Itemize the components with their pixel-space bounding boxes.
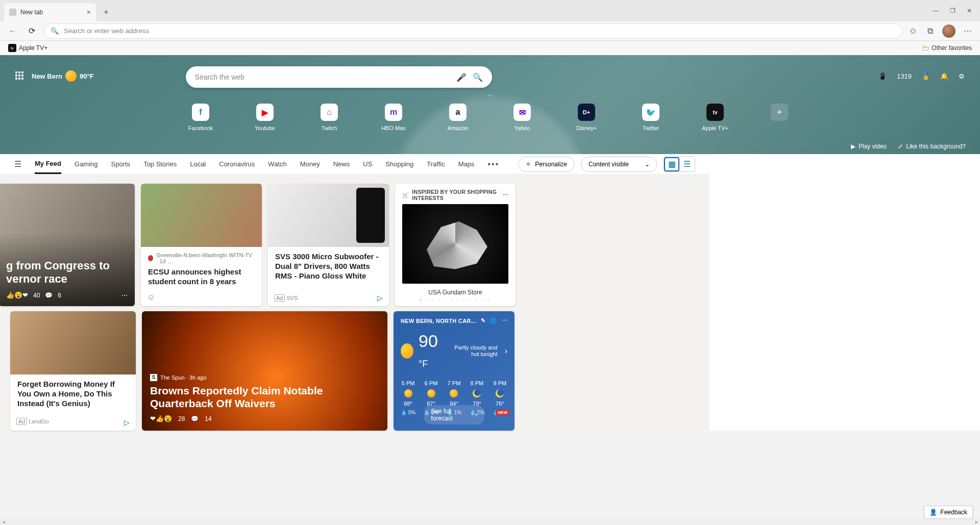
card-more-icon[interactable]: ⋯: [503, 192, 508, 198]
weather-temp: 90°F: [80, 72, 94, 80]
mobile-icon[interactable]: 📱: [878, 72, 887, 80]
app-launcher-icon[interactable]: [15, 71, 24, 81]
personalize-button[interactable]: ✧ Personalize: [518, 157, 575, 172]
search-submit-icon[interactable]: 🔍: [473, 72, 483, 82]
reactions-icon[interactable]: ❤👍😮: [150, 415, 172, 422]
profile-avatar[interactable]: [942, 24, 955, 38]
card-shopping[interactable]: 🛒 INSPIRED BY YOUR SHOPPING INTERESTS ⋯ …: [395, 184, 516, 306]
card-ecsu[interactable]: Greenville-N.bern-Washngtn WITN-TV · 1d …: [141, 184, 262, 306]
feed-menu-icon[interactable]: ☰: [14, 159, 21, 169]
ql-twitch[interactable]: ⌂Twitch: [311, 104, 347, 131]
play-video-button[interactable]: ▶ Play video: [851, 143, 887, 150]
search-icon: 🔍: [51, 27, 59, 35]
like-count: 40: [33, 292, 40, 299]
ql-youtube[interactable]: ▶Youtube: [247, 104, 283, 131]
feed-tab-us[interactable]: US: [363, 155, 372, 173]
favorites-bar: tv Apple TV+ 🗀 Other favorites: [0, 41, 980, 55]
menu-ellipsis-icon[interactable]: ⋯: [963, 26, 973, 36]
ql-facebook[interactable]: fFacebook: [183, 104, 218, 131]
new-tab-button[interactable]: +: [99, 5, 113, 19]
favorite-item-appletv[interactable]: tv Apple TV+: [5, 43, 51, 53]
tab-close-icon[interactable]: ×: [87, 8, 91, 16]
ql-add-button[interactable]: +: [762, 104, 797, 131]
browser-tab[interactable]: New tab ×: [4, 3, 96, 21]
mic-icon[interactable]: 🎤: [456, 72, 467, 82]
rewards-trophy-icon[interactable]: 🏅: [922, 72, 930, 80]
scroll-left-icon[interactable]: ◂: [0, 519, 7, 525]
feed-tab-traffic[interactable]: Traffic: [427, 155, 445, 173]
feed-tab-local[interactable]: Local: [190, 155, 206, 173]
feed-tab-gaming[interactable]: Gaming: [75, 155, 98, 173]
full-forecast-button[interactable]: See full forecast ›: [424, 405, 484, 424]
favorite-star-icon[interactable]: ✩: [908, 26, 918, 36]
other-favorites-label: Other favorites: [932, 44, 972, 52]
collections-icon[interactable]: ⧉: [925, 26, 935, 36]
globe-icon[interactable]: 🌐: [489, 317, 497, 324]
ql-twitter[interactable]: 🐦Twitter: [633, 104, 669, 131]
ql-yahoo[interactable]: ✉Yahoo: [504, 104, 540, 131]
minimize-icon[interactable]: —: [933, 7, 939, 14]
carousel-prev-icon[interactable]: ‹: [395, 240, 396, 248]
card-svs-ad[interactable]: SVS 3000 Micro Subwoofer - Dual 8" Drive…: [268, 184, 389, 306]
feed-tab-sports[interactable]: Sports: [111, 155, 131, 173]
content-visibility-select[interactable]: Content visible⌄: [581, 157, 657, 172]
carousel-next-icon[interactable]: ›: [515, 240, 516, 248]
feed-tab-money[interactable]: Money: [300, 155, 320, 173]
feed-tab-maps[interactable]: Maps: [458, 155, 475, 173]
comment-icon[interactable]: 💬: [191, 415, 199, 422]
card-lendgo-ad[interactable]: Forget Borrowing Money If You Own a Home…: [10, 311, 136, 431]
hour-5pm[interactable]: 5 PM88°💧 0%: [401, 380, 415, 415]
ql-appletv[interactable]: tvApple TV+: [697, 104, 733, 131]
feed-tab-myfeed[interactable]: My Feed: [35, 155, 61, 174]
scroll-right-icon[interactable]: ▸: [973, 519, 980, 525]
feed-tab-coronavirus[interactable]: Coronavirus: [219, 155, 255, 173]
weather-sun-icon: [65, 70, 77, 82]
carousel-dots[interactable]: ● ○ ○ ○ ○ ○ ○ ○ ○ ○ ○ ○: [402, 298, 508, 302]
feed-tab-shopping[interactable]: Shopping: [385, 155, 413, 173]
card-image: [10, 311, 136, 374]
feedback-button[interactable]: 👤 Feedback: [924, 506, 973, 519]
weather-chip[interactable]: New Bern 90°F: [32, 70, 94, 82]
card-headline: SVS 3000 Micro Subwoofer - Dual 8" Drive…: [275, 252, 382, 281]
list-view-icon[interactable]: ☰: [679, 157, 695, 171]
feed-tab-more-icon[interactable]: •••: [487, 160, 499, 169]
card-dismiss-icon[interactable]: ☺: [147, 293, 155, 302]
settings-gear-icon[interactable]: ⚙: [959, 72, 965, 80]
card-more-icon[interactable]: ⋯: [121, 292, 128, 299]
close-window-icon[interactable]: ✕: [967, 7, 972, 14]
rewards-points[interactable]: 1319: [897, 72, 912, 80]
ad-brand: LendGo: [29, 418, 49, 424]
notifications-icon[interactable]: 🔔: [940, 72, 948, 80]
maximize-icon[interactable]: ❐: [950, 7, 955, 14]
comment-icon[interactable]: 💬: [45, 292, 53, 299]
web-search-input[interactable]: Search the web 🎤 🔍: [186, 66, 492, 88]
chevron-right-icon[interactable]: ›: [505, 346, 507, 356]
ad-brand: SVS: [287, 295, 298, 301]
back-button[interactable]: ←: [5, 24, 19, 38]
card-headline-hero[interactable]: g from Congress tovernor race 👍😮❤ 40 💬 6…: [0, 184, 135, 306]
other-favorites-button[interactable]: 🗀 Other favorites: [919, 43, 975, 53]
horizontal-scrollbar[interactable]: ◂ ▸: [0, 519, 980, 525]
ad-play-icon[interactable]: ▷: [377, 294, 383, 302]
collapse-caret-icon[interactable]: ︿: [487, 91, 493, 98]
card-headline: Forget Borrowing Money If You Own a Home…: [17, 380, 129, 408]
like-background-button[interactable]: ⤢ Like this background?: [898, 143, 966, 150]
refresh-button[interactable]: ⟳: [24, 24, 39, 38]
edit-icon[interactable]: ✎: [481, 317, 485, 324]
ql-disney[interactable]: D+Disney+: [569, 104, 604, 131]
quick-links-row: fFacebook ▶Youtube ⌂Twitch mHBO Max aAma…: [183, 104, 797, 131]
card-browns[interactable]: S The Spun · 3h ago Browns Reportedly Cl…: [142, 311, 387, 431]
grid-view-icon[interactable]: ▦: [664, 157, 679, 171]
feed-tab-watch[interactable]: Watch: [268, 155, 286, 173]
folder-icon: 🗀: [922, 44, 929, 52]
feed-tab-news[interactable]: News: [333, 155, 350, 173]
card-more-icon[interactable]: ⋯: [502, 317, 507, 324]
ql-amazon[interactable]: aAmazon: [440, 104, 476, 131]
card-weather[interactable]: NEW BERN, NORTH CAR… ✎ 🌐 ⋯ 90 °F Partly …: [394, 311, 514, 431]
ad-play-icon[interactable]: ▷: [124, 418, 130, 427]
reactions-icon[interactable]: 👍😮❤: [6, 291, 28, 299]
feed-tab-topstories[interactable]: Top Stories: [143, 155, 177, 173]
url-input[interactable]: 🔍 Search or enter web address: [44, 23, 902, 39]
tab-favicon: [9, 9, 16, 16]
ql-hbomax[interactable]: mHBO Max: [376, 104, 411, 131]
